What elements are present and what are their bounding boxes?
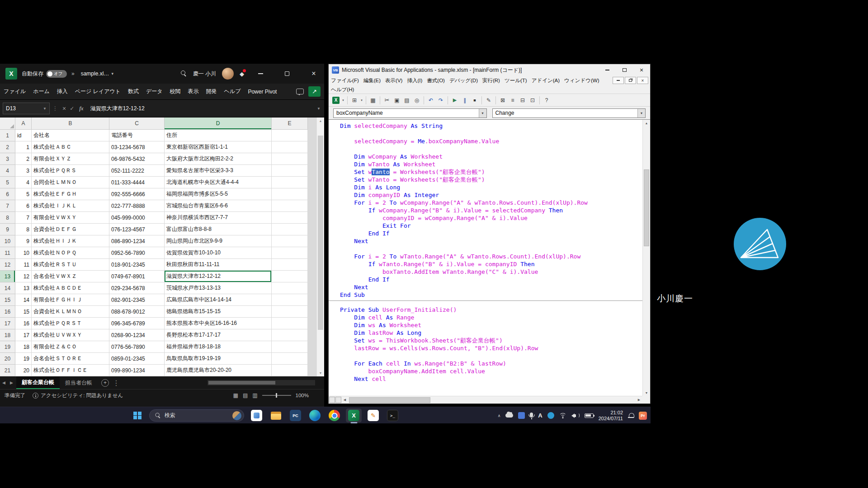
row-header-2[interactable]: 2 — [0, 141, 15, 153]
formula-bar-expand-icon[interactable]: ▼ — [317, 107, 321, 111]
scroll-up-icon[interactable]: ▲ — [643, 120, 650, 127]
find-icon[interactable]: ◎ — [412, 95, 422, 105]
cell-A7[interactable]: 6 — [15, 200, 32, 212]
cell-E14[interactable] — [272, 282, 308, 294]
cell-C14[interactable]: 029-234-5678 — [109, 282, 165, 294]
cell-B12[interactable]: 株式会社ＲＳＴＵ — [32, 259, 109, 271]
cell-D5[interactable]: 北海道札幌市中央区大通4-4-4 — [165, 177, 272, 188]
title-dropdown-icon[interactable]: ▾ — [111, 71, 113, 76]
vba-menu-insert[interactable]: 挿入(I) — [405, 77, 425, 84]
cell-B7[interactable]: 株式会社ＩＪＫＬ — [32, 200, 109, 212]
taskbar-clock[interactable]: 21:02 2024/07/11 — [599, 410, 623, 422]
vba-vertical-scrollbar[interactable]: ▲ ▼ — [642, 120, 650, 396]
taskbar-app-chrome[interactable] — [325, 407, 344, 424]
vba-close-button[interactable]: × — [633, 65, 650, 76]
cell-C16[interactable]: 088-678-9012 — [109, 306, 165, 318]
cell-E16[interactable] — [272, 306, 308, 318]
confirm-entry-icon[interactable]: ✓ — [70, 105, 74, 112]
taskbar-app-file-explorer[interactable] — [266, 407, 286, 424]
cell-E15[interactable] — [272, 294, 308, 306]
ribbon-tab-page-layout[interactable]: ページ レイアウト — [71, 84, 124, 99]
ribbon-tab-power-pivot[interactable]: Power Pivot — [244, 84, 280, 99]
accessibility-status[interactable]: アクセシビリティ: 問題ありません — [41, 392, 123, 399]
paste-icon[interactable]: ▤ — [402, 95, 412, 105]
run-icon[interactable]: ▶ — [450, 95, 460, 105]
cell-A15[interactable]: 14 — [15, 294, 32, 306]
cell-C13[interactable]: 0749-67-8901 — [109, 271, 165, 282]
cell-C6[interactable]: 092-555-6666 — [109, 188, 165, 200]
row-header-7[interactable]: 7 — [0, 200, 15, 212]
onedrive-icon[interactable] — [505, 413, 513, 418]
dropdown-icon[interactable]: ▾ — [359, 95, 364, 105]
cell-D11[interactable]: 佐賀県佐賀市10-10-10 — [165, 247, 272, 259]
cell-A6[interactable]: 5 — [15, 188, 32, 200]
name-box-dropdown-icon[interactable]: ▼ — [43, 107, 47, 111]
design-mode-icon[interactable]: ✎ — [484, 95, 494, 105]
cell-A8[interactable]: 7 — [15, 212, 32, 224]
row-header-18[interactable]: 18 — [0, 329, 15, 341]
cell-D17[interactable]: 熊本県熊本市中央区16-16-16 — [165, 318, 272, 329]
vba-menu-window[interactable]: ウィンドウ(W) — [562, 77, 601, 84]
taskbar-app-pc[interactable]: PC — [286, 407, 305, 424]
ribbon-tab-data[interactable]: データ — [142, 84, 166, 99]
row-header-15[interactable]: 15 — [0, 294, 15, 306]
taskbar-app-excel[interactable]: X — [344, 407, 363, 424]
excel-close-button[interactable]: × — [303, 64, 324, 84]
cell-D21[interactable]: 鹿児島県鹿児島市20-20-20 — [165, 365, 272, 376]
cell-C9[interactable]: 076-123-4567 — [109, 224, 165, 235]
row-header-1[interactable]: 1 — [0, 130, 15, 141]
cell-E18[interactable] — [272, 329, 308, 341]
child-restore-button[interactable] — [625, 77, 636, 84]
avatar[interactable] — [222, 68, 234, 80]
search-highlight-image[interactable] — [232, 411, 241, 420]
column-header-C[interactable]: C — [109, 117, 165, 130]
cell-A12[interactable]: 11 — [15, 259, 32, 271]
account-name[interactable]: 慶一 小川 — [193, 70, 216, 78]
cell-E5[interactable] — [272, 177, 308, 188]
cell-D12[interactable]: 秋田県秋田市11-11-11 — [165, 259, 272, 271]
cell-D6[interactable]: 福岡県福岡市博多区5-5-5 — [165, 188, 272, 200]
properties-window-icon[interactable]: ≡ — [508, 95, 518, 105]
ribbon-tab-view[interactable]: 表示 — [184, 84, 203, 99]
save-icon[interactable]: ▦ — [368, 95, 378, 105]
row-header-4[interactable]: 4 — [0, 165, 15, 177]
cell-C17[interactable]: 096-345-6789 — [109, 318, 165, 329]
cell-D20[interactable]: 鳥取県鳥取市19-19-19 — [165, 353, 272, 365]
redo-icon[interactable]: ↷ — [436, 95, 446, 105]
vba-menu-add-ins[interactable]: アドイン(A) — [529, 77, 562, 84]
cell-E9[interactable] — [272, 224, 308, 235]
vertical-scrollbar-thumb[interactable] — [318, 136, 323, 330]
comments-icon[interactable] — [296, 89, 304, 94]
row-header-11[interactable]: 11 — [0, 247, 15, 259]
toolbox-icon[interactable]: ⊡ — [528, 95, 538, 105]
cell-A3[interactable]: 2 — [15, 153, 32, 165]
cell-C7[interactable]: 022-777-8888 — [109, 200, 165, 212]
taskbar-app-edge[interactable] — [305, 407, 325, 424]
search-icon[interactable] — [181, 70, 187, 77]
vba-vscroll-thumb[interactable] — [644, 169, 649, 246]
quick-access-chevron[interactable]: » — [71, 70, 75, 77]
cell-B19[interactable]: 有限会社Ｚ＆ＣＯ — [32, 341, 109, 353]
cell-A10[interactable]: 9 — [15, 235, 32, 247]
cell-B14[interactable]: 株式会社ＡＢＣＤＥ — [32, 282, 109, 294]
cell-B13[interactable]: 合名会社ＶＷＸＺ — [32, 271, 109, 282]
cell-C10[interactable]: 086-890-1234 — [109, 235, 165, 247]
scroll-up-icon[interactable]: ▲ — [317, 117, 324, 124]
sheet-vertical-scrollbar[interactable]: ▲ ▼ — [316, 117, 324, 376]
cell-A9[interactable]: 8 — [15, 224, 32, 235]
scroll-down-icon[interactable]: ▼ — [643, 389, 650, 396]
vba-menu-format[interactable]: 書式(O) — [425, 77, 447, 84]
cell-D18[interactable]: 長野県松本市17-17-17 — [165, 329, 272, 341]
excel-maximize-button[interactable] — [277, 64, 297, 84]
scroll-left-icon[interactable]: ◀ — [341, 398, 348, 402]
cell-B17[interactable]: 株式会社ＰＱＲＳＴ — [32, 318, 109, 329]
tray-app-icon[interactable] — [518, 412, 525, 419]
cell-E7[interactable] — [272, 200, 308, 212]
ribbon-tab-home[interactable]: ホーム — [29, 84, 53, 99]
cell-A17[interactable]: 16 — [15, 318, 32, 329]
cell-B6[interactable]: 株式会社ＥＦＧＨ — [32, 188, 109, 200]
row-header-5[interactable]: 5 — [0, 177, 15, 188]
cell-E3[interactable] — [272, 153, 308, 165]
cell-D16[interactable]: 徳島県徳島市15-15-15 — [165, 306, 272, 318]
ribbon-tab-file[interactable]: ファイル — [0, 84, 29, 99]
